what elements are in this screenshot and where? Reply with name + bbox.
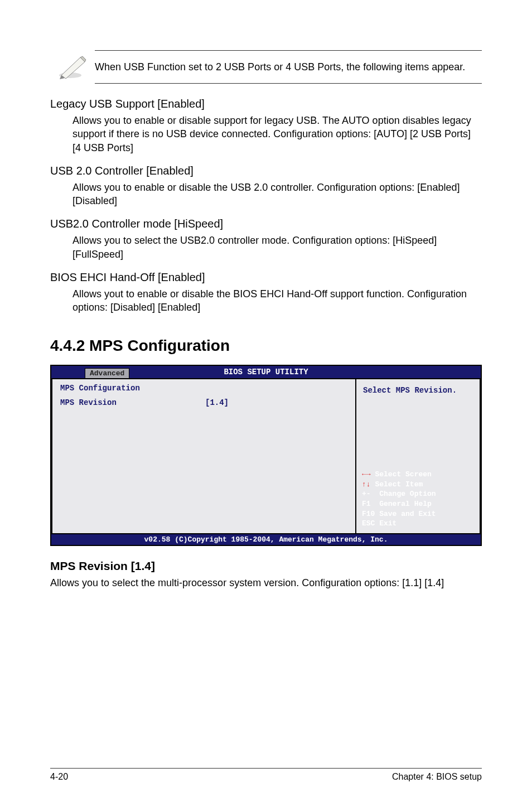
hint-f1: F1 (362, 500, 371, 508)
hint-exit: Exit (379, 519, 396, 528)
bios-row-value: [1.4] (205, 398, 229, 407)
body-usb20-mode: Allows you to select the USB2.0 controll… (72, 234, 482, 261)
body-usb20-controller: Allows you to enable or disable the USB … (72, 181, 482, 208)
body-mps-revision: Allows you to select the multi-processor… (50, 576, 482, 590)
hint-select-item: Select Item (375, 480, 423, 489)
page-footer: 4-20 Chapter 4: BIOS setup (50, 768, 482, 782)
hint-select-screen: Select Screen (375, 470, 431, 479)
heading-bios-ehci: BIOS EHCI Hand-Off [Enabled] (50, 271, 482, 284)
bios-right-panel: Select MPS Revision. ←→ Select Screen ↑↓… (355, 378, 481, 534)
subheading-mps-revision: MPS Revision [1.4] (50, 559, 482, 573)
bios-panel-title: MPS Configuration (60, 384, 347, 393)
bios-row-label: MPS Revision (60, 398, 205, 407)
hint-esc: ESC (362, 519, 375, 528)
body-legacy-usb: Allows you to enable or disable support … (72, 114, 482, 154)
chapter-label: Chapter 4: BIOS setup (392, 772, 482, 782)
section-heading-mps: 4.4.2 MPS Configuration (50, 337, 482, 355)
hint-save-exit: Save and Exit (379, 510, 436, 518)
bios-tab-advanced: Advanced (85, 368, 129, 378)
page-number: 4-20 (50, 772, 68, 782)
note-rule-bottom (95, 83, 482, 84)
bios-left-panel: MPS Configuration MPS Revision [1.4] (51, 378, 355, 534)
bios-titlebar: BIOS SETUP UTILITY Advanced (51, 366, 481, 378)
bios-footer: v02.58 (C)Copyright 1985-2004, American … (51, 534, 481, 545)
note-text: When USB Function set to 2 USB Ports or … (95, 60, 482, 74)
hint-plusminus: +- (362, 490, 371, 498)
hint-change-option: Change Option (379, 490, 436, 498)
hint-arrow-ud-icon: ↑↓ (362, 480, 371, 489)
pencil-note-icon (50, 54, 95, 80)
heading-usb20-mode: USB2.0 Controller mode [HiSpeed] (50, 218, 482, 230)
hint-general-help: General Help (379, 500, 432, 508)
heading-legacy-usb: Legacy USB Support [Enabled] (50, 98, 482, 110)
bios-key-hints: ←→ Select Screen ↑↓ Select Item +- Chang… (362, 470, 474, 528)
bios-help-text: Select MPS Revision. (362, 384, 474, 397)
hint-f10: F10 (362, 510, 375, 518)
hint-arrow-lr-icon: ←→ (362, 470, 371, 479)
bios-row-mps-revision: MPS Revision [1.4] (60, 398, 347, 407)
bios-screenshot: BIOS SETUP UTILITY Advanced MPS Configur… (50, 365, 482, 546)
heading-usb20-controller: USB 2.0 Controller [Enabled] (50, 165, 482, 177)
body-bios-ehci: Allows yout to enable or disable the BIO… (72, 287, 482, 315)
note-block: When USB Function set to 2 USB Ports or … (50, 50, 482, 84)
